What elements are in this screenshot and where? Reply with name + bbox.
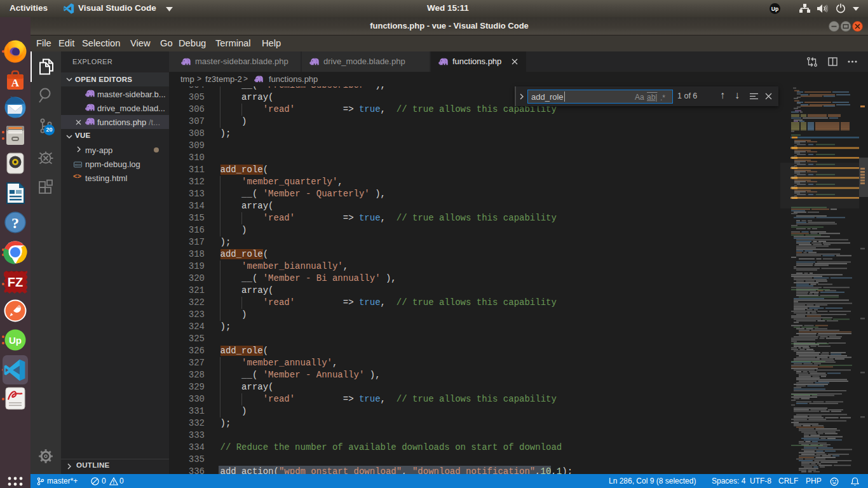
svg-text:?: ? — [11, 215, 19, 231]
svg-text:Up: Up — [771, 6, 778, 12]
svg-text:FZ: FZ — [8, 275, 23, 289]
svg-text:Up: Up — [9, 335, 22, 346]
svg-text:A: A — [11, 77, 20, 89]
